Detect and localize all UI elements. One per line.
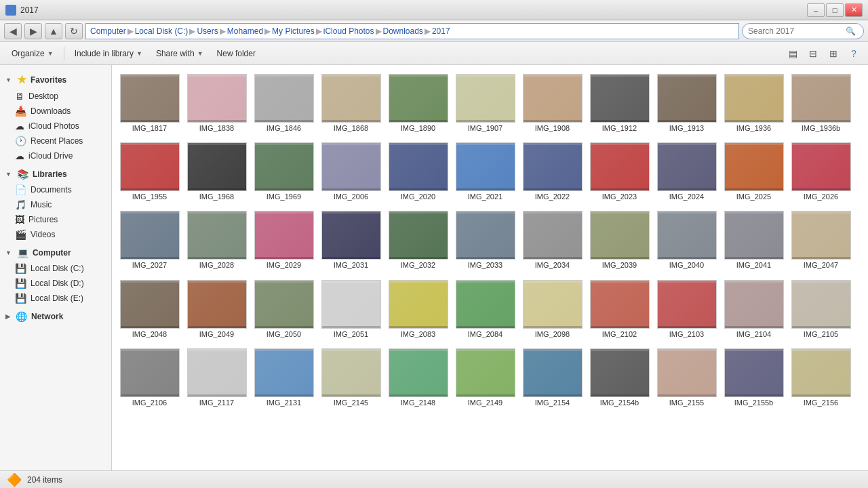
list-item[interactable]: IMG_2154b	[587, 345, 652, 411]
list-item[interactable]: IMG_2084	[453, 277, 517, 342]
preview-pane-button[interactable]: ▤	[784, 45, 802, 62]
list-item[interactable]: IMG_2048	[117, 277, 182, 342]
list-item[interactable]: IMG_2024	[654, 139, 719, 205]
help-button[interactable]: ?	[845, 45, 863, 62]
sidebar-item-icloud-photos[interactable]: ☁ iCloud Photos	[0, 119, 111, 134]
favorites-section[interactable]: ▼ ★ Favorites	[0, 70, 111, 89]
libraries-section[interactable]: ▼ 📚 Libraries	[0, 166, 111, 182]
list-item[interactable]: IMG_1846	[252, 70, 316, 136]
search-box[interactable]: 🔍	[742, 23, 864, 39]
search-input[interactable]	[748, 26, 843, 36]
list-item[interactable]: IMG_2040	[654, 207, 719, 273]
list-item[interactable]: IMG_2049	[184, 277, 249, 342]
list-item[interactable]: IMG_2103	[654, 277, 719, 342]
list-item[interactable]: IMG_2029	[252, 207, 316, 273]
list-item[interactable]: IMG_1868	[319, 70, 383, 136]
path-local-disk[interactable]: Local Disk (C:)	[135, 26, 189, 36]
sidebar-item-local-disk-c[interactable]: 💾 Local Disk (C:)	[0, 261, 111, 276]
list-item[interactable]: IMG_2104	[722, 277, 786, 342]
share-with-button[interactable]: Share with ▼	[150, 45, 210, 62]
sidebar-item-local-disk-d[interactable]: 💾 Local Disk (D:)	[0, 276, 111, 291]
list-item[interactable]: IMG_1908	[520, 70, 585, 136]
list-item[interactable]: IMG_1817	[117, 70, 182, 136]
list-item[interactable]: IMG_2027	[117, 207, 182, 273]
sidebar-item-documents[interactable]: 📄 Documents	[0, 182, 111, 197]
list-item[interactable]: IMG_2102	[587, 277, 652, 342]
list-item[interactable]: IMG_2021	[453, 139, 517, 205]
list-item[interactable]: IMG_1969	[252, 139, 316, 205]
close-button[interactable]: ✕	[845, 3, 863, 17]
refresh-button[interactable]: ↻	[65, 23, 83, 39]
list-item[interactable]: IMG_1838	[184, 70, 249, 136]
list-item[interactable]: IMG_2006	[319, 139, 383, 205]
list-item[interactable]: IMG_2047	[789, 207, 853, 273]
list-item[interactable]: IMG_2051	[319, 277, 383, 342]
path-downloads[interactable]: Downloads	[383, 26, 423, 36]
list-item[interactable]: IMG_2028	[184, 207, 249, 273]
path-2017[interactable]: 2017	[432, 26, 450, 36]
list-item[interactable]: IMG_2026	[789, 139, 853, 205]
list-item[interactable]: IMG_1936	[722, 70, 786, 136]
list-item[interactable]: IMG_1936b	[789, 70, 853, 136]
list-item[interactable]: IMG_2155b	[722, 345, 786, 411]
list-item[interactable]: IMG_1912	[587, 70, 652, 136]
list-item[interactable]: IMG_2145	[319, 345, 383, 411]
back-button[interactable]: ◀	[4, 23, 22, 39]
list-item[interactable]: IMG_1907	[453, 70, 517, 136]
list-item[interactable]: IMG_2032	[386, 207, 450, 273]
sidebar-item-music[interactable]: 🎵 Music	[0, 197, 111, 212]
path-users[interactable]: Users	[197, 26, 218, 36]
list-item[interactable]: IMG_2039	[587, 207, 652, 273]
list-item[interactable]: IMG_2022	[520, 139, 585, 205]
include-library-button[interactable]: Include in library ▼	[68, 45, 149, 62]
list-item[interactable]: IMG_2117	[184, 345, 249, 411]
list-item[interactable]: IMG_2106	[117, 345, 182, 411]
list-item[interactable]: IMG_1913	[654, 70, 719, 136]
sidebar-item-recent-places[interactable]: 🕐 Recent Places	[0, 134, 111, 148]
sidebar-item-local-disk-e[interactable]: 💾 Local Disk (E:)	[0, 291, 111, 306]
details-pane-button[interactable]: ⊟	[804, 45, 822, 62]
list-item[interactable]: IMG_2050	[252, 277, 316, 342]
list-item[interactable]: IMG_2023	[587, 139, 652, 205]
computer-section[interactable]: ▼ 💻 Computer	[0, 245, 111, 261]
large-icons-button[interactable]: ⊞	[825, 45, 842, 62]
list-item[interactable]: IMG_2041	[722, 207, 786, 273]
minimize-button[interactable]: –	[807, 3, 825, 17]
list-item[interactable]: IMG_2034	[520, 207, 585, 273]
sidebar-item-desktop[interactable]: 🖥 Desktop	[0, 89, 111, 104]
organize-button[interactable]: Organize ▼	[5, 45, 60, 62]
maximize-button[interactable]: □	[826, 3, 844, 17]
list-item[interactable]: IMG_2148	[386, 345, 450, 411]
list-item[interactable]: IMG_2025	[722, 139, 786, 205]
sidebar-item-pictures[interactable]: 🖼 Pictures	[0, 212, 111, 227]
list-item[interactable]: IMG_2105	[789, 277, 853, 342]
forward-button[interactable]: ▶	[24, 23, 42, 39]
list-item[interactable]: IMG_2156	[789, 345, 853, 411]
address-path[interactable]: Computer ▶ Local Disk (C:) ▶ Users ▶ Moh…	[85, 23, 739, 39]
list-item[interactable]: IMG_2154	[520, 345, 585, 411]
list-item[interactable]: IMG_2083	[386, 277, 450, 342]
new-folder-button[interactable]: New folder	[211, 45, 262, 62]
svg-rect-7	[255, 74, 313, 77]
sidebar-item-downloads[interactable]: 📥 Downloads	[0, 104, 111, 119]
list-item[interactable]: IMG_2098	[520, 277, 585, 342]
network-section[interactable]: ▶ 🌐 Network	[0, 308, 111, 325]
list-item[interactable]: IMG_1955	[117, 139, 182, 205]
path-my-pictures[interactable]: My Pictures	[272, 26, 315, 36]
path-icloud-photos[interactable]: iCloud Photos	[323, 26, 374, 36]
list-item[interactable]: IMG_2031	[319, 207, 383, 273]
file-area[interactable]: IMG_1817 IMG_1838 IMG_1846 IMG_1868 IMG_…	[112, 65, 868, 470]
list-item[interactable]: IMG_2131	[252, 345, 316, 411]
sidebar-item-videos[interactable]: 🎬 Videos	[0, 227, 111, 242]
sidebar-item-icloud-drive[interactable]: ☁ iCloud Drive	[0, 148, 111, 163]
svg-rect-50	[456, 188, 515, 191]
list-item[interactable]: IMG_2155	[654, 345, 719, 411]
list-item[interactable]: IMG_1890	[386, 70, 450, 136]
list-item[interactable]: IMG_1968	[184, 139, 249, 205]
list-item[interactable]: IMG_2033	[453, 207, 517, 273]
list-item[interactable]: IMG_2020	[386, 139, 450, 205]
path-mohamed[interactable]: Mohamed	[227, 26, 263, 36]
list-item[interactable]: IMG_2149	[453, 345, 517, 411]
up-button[interactable]: ▲	[45, 23, 62, 39]
path-computer[interactable]: Computer	[90, 26, 126, 36]
